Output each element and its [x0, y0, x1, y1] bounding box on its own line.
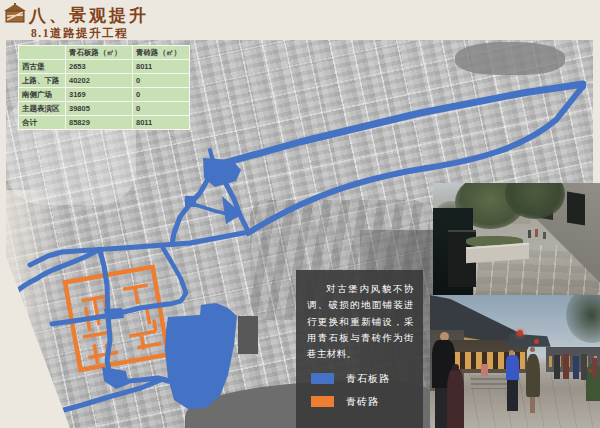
cell-value: 8011: [133, 116, 190, 130]
table-header-row: 青石板路（㎡） 青砖路（㎡）: [19, 46, 190, 60]
secondary-roof: [507, 334, 551, 347]
header-cell: 青砖路（㎡）: [133, 46, 190, 60]
header-cell: 青石板路（㎡）: [66, 46, 133, 60]
row-label: 主题表演区: [19, 102, 66, 116]
presentation-slide: 八、景观提升 8.1道路提升工程 青石板路（㎡） 青砖路（㎡） 西古堡 2653…: [0, 0, 600, 428]
pavilion-seal-icon: [3, 3, 27, 24]
pedestrian: [535, 229, 538, 237]
legend-label: 青砖路: [346, 395, 379, 409]
pedestrian: [447, 369, 464, 428]
pedestrian: [573, 356, 579, 379]
red-lantern: [517, 330, 523, 336]
tree: [566, 295, 600, 343]
cell-value: 2653: [66, 60, 133, 74]
legend-item-brick-road: 青砖路: [311, 395, 414, 409]
cell-value: 3169: [66, 88, 133, 102]
pedestrian-head: [530, 347, 535, 352]
pedestrian: [528, 230, 531, 238]
map-dark-patch: [238, 316, 258, 354]
window: [567, 192, 585, 225]
table-row: 西古堡 2653 8011: [19, 60, 190, 74]
legend-label: 青石板路: [346, 372, 390, 386]
pedestrian: [581, 354, 587, 381]
pedestrian: [543, 232, 546, 239]
table-row: 南侧广场 3169 0: [19, 88, 190, 102]
photo-renovated-street: [433, 183, 600, 296]
table-row: 主题表演区 39805 0: [19, 102, 190, 116]
stone-steps: [471, 375, 508, 390]
sitting-person: [481, 364, 488, 376]
cell-value: 0: [133, 102, 190, 116]
pedestrian: [592, 358, 597, 378]
cell-value: 0: [133, 74, 190, 88]
row-label: 西古堡: [19, 60, 66, 74]
pedestrian: [554, 355, 560, 379]
legend-swatch-orange: [311, 396, 334, 407]
pedestrian-legs: [507, 380, 517, 411]
pedestrian-legs: [530, 397, 535, 413]
note-box: 对古堡内风貌不协调、破损的地面铺装进行更换和重新铺设，采用青石板与青砖作为街巷主…: [296, 270, 423, 428]
pedestrian-head: [509, 350, 514, 355]
note-text: 对古堡内风貌不协调、破损的地面铺装进行更换和重新铺设，采用青石板与青砖作为街巷主…: [307, 281, 414, 363]
cell-value: 85829: [66, 116, 133, 130]
pedestrian-dress: [526, 354, 540, 398]
row-label: 上路、下路: [19, 74, 66, 88]
table-row: 上路、下路 40202 0: [19, 74, 190, 88]
cell-value: 40202: [66, 74, 133, 88]
header-cell: [19, 46, 66, 60]
cell-value: 8011: [133, 60, 190, 74]
cell-value: 39805: [66, 102, 133, 116]
table-row-total: 合计 85829 8011: [19, 116, 190, 130]
page-title: 八、景观提升: [29, 4, 149, 27]
road-quantity-table: 青石板路（㎡） 青砖路（㎡） 西古堡 2653 8011 上路、下路 40202…: [18, 45, 190, 130]
pedestrian-blue-shirt: [506, 355, 520, 380]
photo-historic-street: [430, 295, 600, 428]
legend-item-stone-road: 青石板路: [311, 372, 414, 386]
legend-swatch-blue: [311, 373, 334, 384]
cell-value: 0: [133, 88, 190, 102]
row-label: 合计: [19, 116, 66, 130]
page-subtitle: 8.1道路提升工程: [31, 26, 128, 41]
red-lantern: [534, 339, 539, 344]
row-label: 南侧广场: [19, 88, 66, 102]
map-dark-patch: [455, 42, 565, 75]
pedestrian: [563, 354, 569, 379]
